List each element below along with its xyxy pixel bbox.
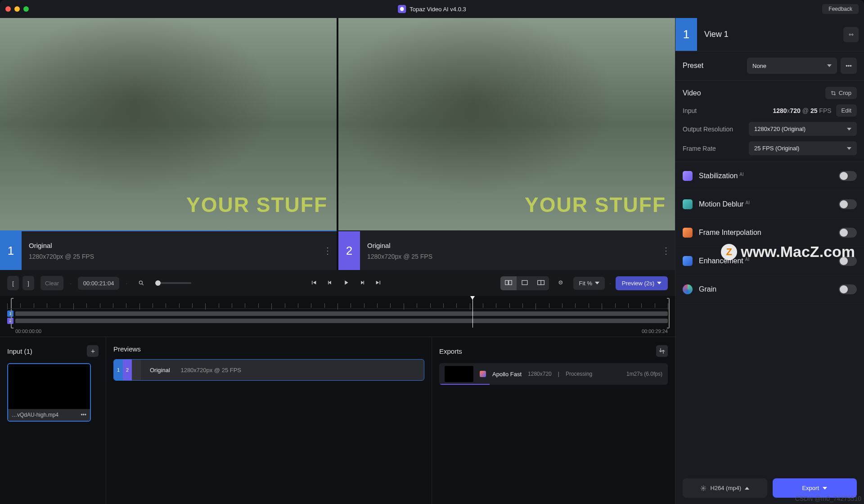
- layout-single-button[interactable]: [517, 276, 533, 290]
- svg-rect-4: [522, 280, 527, 284]
- crop-icon: [831, 90, 836, 96]
- go-to-start-button[interactable]: [310, 279, 317, 288]
- preview-button[interactable]: Preview (2s): [616, 276, 668, 290]
- video-preview-2[interactable]: YOUR STUFF: [338, 18, 675, 230]
- input-panel-title: Input (1): [7, 347, 32, 355]
- chevron-down-icon: [827, 63, 832, 68]
- timecode-input[interactable]: 00:00:21:04: [78, 277, 120, 290]
- exports-panel-title: Exports: [439, 347, 462, 355]
- preview-row[interactable]: 1 2 Original 1280x720px @ 25 FPS: [113, 359, 424, 381]
- zoom-slider[interactable]: [155, 282, 191, 284]
- separator: ·: [70, 280, 72, 287]
- transport-controls: [310, 279, 382, 288]
- crop-button[interactable]: Crop: [825, 87, 857, 99]
- mark-in-button[interactable]: [: [7, 276, 19, 290]
- pane-1-menu-button[interactable]: ⋮: [319, 231, 337, 270]
- chevron-down-icon: [847, 127, 851, 131]
- export-format-label: H264 (mp4): [710, 485, 741, 491]
- zoom-icon[interactable]: [134, 276, 149, 290]
- step-back-button[interactable]: [326, 279, 333, 288]
- input-resolution: 1280x720 @ 25 FPS: [773, 107, 831, 114]
- video-pane-1: YOUR STUFF 1 Original 1280x720px @ 25 FP…: [0, 18, 337, 270]
- enhancement-toggle[interactable]: [839, 256, 857, 266]
- preset-select[interactable]: None: [747, 58, 837, 74]
- playhead[interactable]: [472, 296, 473, 328]
- layout-split-button[interactable]: [533, 276, 549, 290]
- titlebar: Topaz Video AI v4.0.3 Feedback: [0, 0, 864, 18]
- track-2-bar[interactable]: [15, 319, 668, 323]
- output-resolution-select[interactable]: 1280x720 (Original): [749, 122, 857, 136]
- video-section-title: Video: [683, 89, 701, 97]
- csdn-credit: CSDN @m0_74275510: [795, 495, 861, 502]
- frame-interpolation-row: Frame Interpolation: [675, 219, 864, 247]
- chevron-down-icon: [823, 486, 827, 490]
- chevron-down-icon: [657, 281, 662, 285]
- motion-deblur-icon: [683, 199, 693, 209]
- video-preview-1[interactable]: YOUR STUFF: [0, 18, 337, 230]
- export-model-icon: [480, 371, 486, 377]
- frame-rate-label: Frame Rate: [683, 145, 716, 152]
- stabilization-label: Stabilization: [699, 172, 738, 180]
- fit-zoom-select[interactable]: Fit %: [573, 277, 605, 290]
- stabilization-toggle[interactable]: [839, 171, 857, 181]
- export-thumbnail: [445, 366, 473, 382]
- video-overlay-text-2: YOUR STUFF: [525, 193, 666, 217]
- minimize-window-button[interactable]: [14, 6, 20, 12]
- edit-input-button[interactable]: Edit: [836, 104, 857, 117]
- bottom-panels: Input (1) ＋ …vQdAU-high.mp4 ••• Previews…: [0, 337, 675, 504]
- window-controls: [5, 6, 29, 12]
- exports-panel: Exports Apollo Fast 1280x720 | Processin…: [432, 337, 675, 504]
- maximize-window-button[interactable]: [23, 6, 29, 12]
- export-format-select[interactable]: H264 (mp4): [683, 478, 767, 498]
- timeline[interactable]: 1 2 00:00:00:00 00:00:29:24: [0, 296, 675, 337]
- pane-2-number: 2: [338, 231, 360, 270]
- input-thumb-menu[interactable]: •••: [81, 412, 86, 418]
- input-thumbnail[interactable]: …vQdAU-high.mp4 •••: [7, 363, 91, 422]
- export-button-label: Export: [802, 485, 819, 491]
- pane-1-resolution: 1280x720px @ 25 FPS: [29, 253, 311, 260]
- app-title-text: Topaz Video AI v4.0.3: [410, 6, 466, 13]
- workspace: YOUR STUFF 1 Original 1280x720px @ 25 FP…: [0, 18, 675, 504]
- svg-rect-3: [509, 280, 512, 284]
- export-row[interactable]: Apollo Fast 1280x720 | Processing 1m27s …: [439, 363, 668, 385]
- svg-point-9: [703, 487, 705, 489]
- view-title: View 1: [697, 30, 736, 39]
- pane-2-title: Original: [367, 242, 650, 249]
- swap-view-button[interactable]: ⇿: [843, 27, 859, 42]
- close-window-button[interactable]: [5, 6, 11, 12]
- gear-icon: [700, 485, 706, 491]
- pane-1-title: Original: [29, 242, 311, 249]
- output-resolution-value: 1280x720 (Original): [754, 126, 806, 132]
- video-compare-area: YOUR STUFF 1 Original 1280x720px @ 25 FP…: [0, 18, 675, 270]
- frame-rate-select[interactable]: 25 FPS (Original): [749, 141, 857, 155]
- step-forward-button[interactable]: [359, 279, 366, 288]
- track-1-bar[interactable]: [15, 311, 668, 316]
- play-button[interactable]: [342, 279, 350, 288]
- clear-marks-button[interactable]: Clear: [40, 276, 63, 290]
- export-progress-bar: [439, 384, 490, 385]
- pane-2-menu-button[interactable]: ⋮: [657, 231, 675, 270]
- enhancement-icon: [683, 256, 693, 266]
- add-input-button[interactable]: ＋: [87, 345, 99, 357]
- chevron-down-icon: [595, 281, 599, 285]
- output-resolution-label: Output Resolution: [683, 126, 733, 133]
- chevron-down-icon: [847, 146, 851, 151]
- timeline-end-time: 00:00:29:24: [642, 328, 668, 334]
- mark-out-button[interactable]: ]: [22, 276, 34, 290]
- motion-deblur-toggle[interactable]: [839, 199, 857, 209]
- preview-row-label: Original: [150, 367, 170, 374]
- go-to-end-button[interactable]: [375, 279, 382, 288]
- feedback-button[interactable]: Feedback: [822, 4, 859, 14]
- input-panel: Input (1) ＋ …vQdAU-high.mp4 •••: [0, 337, 106, 504]
- timeline-start-time: 00:00:00:00: [15, 328, 41, 334]
- layout-side-by-side-button[interactable]: [500, 276, 517, 290]
- frame-interpolation-toggle[interactable]: [839, 228, 857, 238]
- separator: ·: [609, 280, 611, 287]
- grain-toggle[interactable]: [839, 284, 857, 294]
- timeline-ruler[interactable]: [7, 299, 668, 309]
- exports-sort-button[interactable]: [656, 345, 668, 357]
- input-filename: …vQdAU-high.mp4: [12, 412, 58, 418]
- grain-row: Grain: [675, 275, 864, 304]
- zoom-out-icon[interactable]: [554, 276, 569, 290]
- preset-more-button[interactable]: •••: [841, 58, 857, 74]
